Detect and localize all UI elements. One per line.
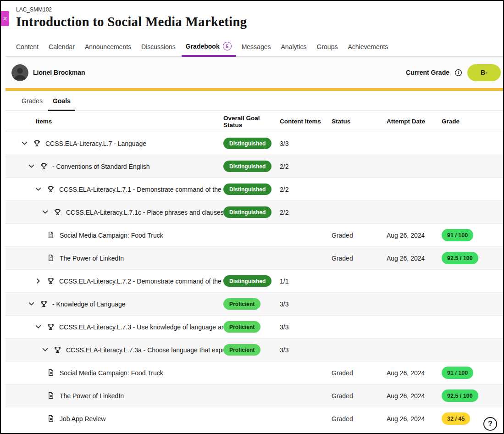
nav-tab-announcements[interactable]: Announcements: [80, 39, 136, 56]
attempt-date: Aug 26, 2024: [387, 232, 425, 239]
app-window: × LAC_SMM102 Introduction to Social Medi…: [0, 0, 504, 434]
current-grade-pill[interactable]: B-: [467, 64, 501, 81]
content-items-count: 2/2: [280, 163, 288, 170]
current-grade-label: Current Grade: [406, 69, 449, 76]
item-row: The Power of LinkedInGradedAug 26, 20249…: [6, 247, 503, 270]
main-content: LAC_SMM102 Introduction to Social Media …: [6, 1, 503, 433]
goal-label: CCSS.ELA-Literacy.L.7 - Language: [45, 140, 146, 147]
goal-trophy-icon: [46, 277, 55, 285]
item-status: Graded: [332, 392, 353, 400]
nav-tab-analytics[interactable]: Analytics: [276, 39, 311, 56]
nav-tab-calendar[interactable]: Calendar: [44, 39, 80, 56]
grade-badge[interactable]: 91 / 100: [442, 229, 473, 241]
item-status: Graded: [332, 415, 353, 423]
course-code: LAC_SMM102: [16, 6, 503, 13]
grade-badge[interactable]: 92.5 / 100: [442, 252, 478, 264]
grade-badge[interactable]: 91 / 100: [442, 367, 473, 379]
goal-label: CCSS.ELA-Literacy.L.7.1 - Demonstrate co…: [59, 186, 223, 193]
goal-trophy-icon: [53, 208, 62, 217]
goal-trophy-icon: [46, 323, 55, 331]
goal-status-badge: Distinguished: [223, 206, 271, 218]
table-body: CCSS.ELA-Literacy.L.7 - LanguageDistingu…: [6, 132, 503, 430]
goals-table: Items Overall Goal Status Content Items …: [6, 111, 503, 433]
goal-status-badge: Distinguished: [223, 138, 271, 149]
table-header: Items Overall Goal Status Content Items …: [6, 111, 503, 132]
nav-tab-label: Messages: [242, 43, 271, 50]
goal-status-badge: Distinguished: [223, 161, 271, 172]
column-header-attempt-date: Attempt Date: [387, 118, 442, 125]
column-header-status: Status: [332, 118, 387, 125]
subtab-label: Goals: [53, 97, 71, 105]
item-status: Graded: [332, 369, 353, 377]
content-items-count: 1/1: [280, 278, 288, 285]
attempt-date: Aug 26, 2024: [387, 415, 425, 423]
content-items-count: 3/3: [280, 346, 288, 354]
document-icon: [47, 368, 55, 377]
grade-badge[interactable]: 92.5 / 100: [442, 389, 478, 402]
attempt-date: Aug 26, 2024: [387, 392, 425, 400]
tab-goals[interactable]: Goals: [48, 91, 76, 111]
nav-tab-achievements[interactable]: Achievements: [343, 39, 393, 56]
grade-badge[interactable]: 32 / 45: [442, 412, 470, 425]
content-items-count: 2/2: [280, 186, 288, 193]
left-edge: [1, 1, 6, 433]
content-items-count: 3/3: [280, 323, 288, 331]
nav-tab-groups[interactable]: Groups: [312, 39, 343, 56]
goal-row: CCSS.ELA-Literacy.L.7.3 - Use knowledge …: [6, 316, 503, 339]
item-row: The Power of LinkedInGradedAug 26, 20249…: [6, 384, 503, 407]
goal-trophy-icon: [39, 300, 48, 308]
goal-trophy-icon: [33, 139, 41, 148]
course-title: Introduction to Social Media Marketing: [16, 14, 503, 29]
nav-tab-label: Discussions: [141, 43, 176, 50]
attempt-date: Aug 26, 2024: [387, 255, 425, 262]
goal-label: CCSS.ELA-Literacy.L.7.3a - Choose langua…: [66, 346, 223, 354]
goal-row: CCSS.ELA-Literacy.L.7.3a - Choose langua…: [6, 339, 503, 362]
student-avatar: [11, 64, 28, 81]
nav-tab-label: Groups: [317, 43, 338, 50]
goal-label: CCSS.ELA-Literacy.L.7.3 - Use knowledge …: [59, 323, 223, 331]
tab-grades[interactable]: Grades: [17, 91, 48, 111]
expand-chevron-icon[interactable]: [34, 277, 42, 285]
collapse-chevron-icon[interactable]: [28, 162, 35, 170]
column-header-items: Items: [6, 118, 223, 125]
goal-trophy-icon: [39, 162, 48, 171]
collapse-chevron-icon[interactable]: [34, 323, 42, 331]
item-status: Graded: [332, 255, 353, 262]
goal-status-badge: Distinguished: [223, 184, 271, 195]
info-icon[interactable]: [454, 69, 462, 77]
item-label[interactable]: Job App Review: [60, 415, 105, 423]
gradebook-subtabs: GradesGoals: [6, 91, 503, 111]
item-label[interactable]: Social Media Campaign: Food Truck: [60, 232, 163, 239]
course-nav: ContentCalendarAnnouncementsDiscussionsG…: [6, 37, 503, 57]
nav-tab-label: Announcements: [85, 43, 131, 50]
current-grade-area: Current Grade B-: [406, 64, 501, 81]
nav-tab-label: Analytics: [281, 43, 306, 50]
document-icon: [47, 231, 55, 239]
item-row: Social Media Campaign: Food TruckGradedA…: [6, 362, 503, 384]
attempt-date: Aug 26, 2024: [387, 369, 425, 377]
nav-tab-content[interactable]: Content: [11, 39, 44, 56]
collapse-chevron-icon[interactable]: [21, 139, 28, 147]
goal-label: CCSS.ELA-Literacy.L.7.1c - Place phrases…: [66, 209, 223, 216]
nav-tab-gradebook[interactable]: Gradebook5: [181, 37, 237, 56]
student-name: Lionel Brockman: [33, 69, 85, 76]
document-icon: [47, 391, 55, 400]
goal-row: CCSS.ELA-Literacy.L.7.1 - Demonstrate co…: [6, 178, 503, 201]
nav-tab-label: Calendar: [49, 43, 75, 50]
content-items-count: 3/3: [280, 300, 288, 308]
nav-tab-discussions[interactable]: Discussions: [136, 39, 181, 56]
collapse-chevron-icon[interactable]: [28, 300, 35, 308]
collapse-chevron-icon[interactable]: [34, 185, 42, 193]
item-label[interactable]: The Power of LinkedIn: [60, 392, 124, 400]
collapse-chevron-icon[interactable]: [41, 346, 49, 354]
column-header-content-items: Content Items: [280, 118, 332, 125]
item-label[interactable]: Social Media Campaign: Food Truck: [60, 369, 163, 377]
close-panel-button[interactable]: ×: [1, 11, 9, 26]
collapse-chevron-icon[interactable]: [41, 208, 49, 216]
item-row: Social Media Campaign: Food TruckGradedA…: [6, 224, 503, 247]
nav-tab-messages[interactable]: Messages: [237, 39, 276, 56]
help-button[interactable]: ?: [483, 417, 497, 431]
nav-tab-label: Content: [16, 43, 39, 50]
document-icon: [47, 414, 55, 423]
item-label[interactable]: The Power of LinkedIn: [60, 255, 124, 262]
